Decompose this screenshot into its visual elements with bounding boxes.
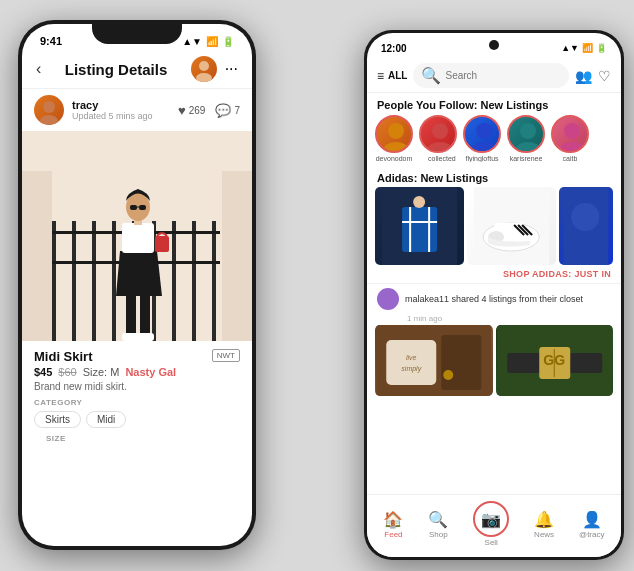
shared-image-2[interactable]: GG — [496, 325, 614, 396]
listing-description: Brand new midi skirt. — [34, 381, 240, 392]
right-time: 12:00 — [381, 43, 407, 54]
tag-midi[interactable]: Midi — [86, 411, 126, 428]
search-input[interactable] — [445, 70, 561, 81]
nav-all[interactable]: ≡ ALL — [377, 69, 407, 83]
shop-adidas-label[interactable]: SHOP ADIDAS: JUST IN — [367, 267, 621, 283]
bottom-nav-sell[interactable]: 📷 Sell — [473, 501, 509, 547]
header-avatar[interactable] — [191, 56, 217, 82]
follow-avatar-collected[interactable]: __collected — [419, 115, 457, 162]
more-icon[interactable]: ··· — [225, 60, 238, 78]
adidas-image-1[interactable] — [375, 187, 464, 265]
price-original: $60 — [58, 366, 76, 378]
header-icons: ··· — [191, 56, 238, 82]
svg-rect-52 — [386, 340, 436, 385]
follow-avatar-devonodom[interactable]: devonodom — [375, 115, 413, 162]
bottom-nav-feed[interactable]: 🏠 Feed — [383, 510, 403, 539]
tags-row: Skirts Midi — [34, 411, 240, 428]
profile-icon: 👤 — [582, 510, 602, 529]
svg-rect-13 — [172, 221, 176, 341]
follow-avatar-img-flyingloftus — [463, 115, 501, 153]
svg-point-41 — [413, 196, 425, 208]
header-title: Listing Details — [65, 61, 168, 78]
follow-avatar-img-karisrenee — [507, 115, 545, 153]
bottom-nav-news[interactable]: 🔔 News — [534, 510, 554, 539]
avatars-row: devonodom __collected — [367, 115, 621, 168]
likes-item[interactable]: ♥ 269 — [178, 103, 205, 118]
svg-rect-7 — [52, 221, 56, 341]
user-info: tracy Updated 5 mins ago — [72, 99, 153, 121]
size-label: SIZE — [34, 432, 240, 443]
price-current: $45 — [34, 366, 52, 378]
svg-point-3 — [40, 115, 58, 125]
svg-rect-9 — [92, 221, 96, 341]
left-status-icons: ▲▼ 📶 🔋 — [182, 36, 234, 47]
svg-rect-5 — [22, 171, 52, 341]
shared-section: malakea11 shared 4 listings from their c… — [367, 283, 621, 314]
nav-icons-right: 👥 ♡ — [575, 68, 611, 84]
feed-label: Feed — [384, 530, 402, 539]
right-status-icons: ▲▼ 📶 🔋 — [561, 43, 607, 53]
follow-avatar-img-caitb — [551, 115, 589, 153]
listing-details: Midi Skirt NWT $45 $60 Size: M Nasty Gal… — [22, 341, 252, 447]
adidas-images — [367, 187, 621, 267]
news-label: News — [534, 530, 554, 539]
listing-title-row: Midi Skirt NWT — [34, 349, 240, 364]
avatar-image — [191, 56, 217, 82]
listing-photo — [22, 131, 252, 341]
shop-label: Shop — [429, 530, 448, 539]
bottom-nav-shop[interactable]: 🔍 Shop — [428, 510, 448, 539]
comments-count: 7 — [234, 105, 240, 116]
left-screen: 9:41 ▲▼ 📶 🔋 ‹ Listing Details — [22, 24, 252, 546]
svg-rect-55 — [441, 335, 481, 390]
user-avatar[interactable] — [34, 95, 64, 125]
right-screen: 12:00 ▲▼ 📶 🔋 ≡ ALL 🔍 👥 — [367, 33, 621, 557]
svg-rect-19 — [140, 296, 150, 336]
svg-rect-14 — [192, 221, 196, 341]
back-button[interactable]: ‹ — [36, 60, 41, 78]
svg-point-35 — [520, 123, 536, 139]
follow-name-devonodom: devonodom — [376, 155, 413, 162]
follow-avatar-img-collected — [419, 115, 457, 153]
svg-rect-27 — [139, 205, 146, 210]
sell-button[interactable]: 📷 — [473, 501, 509, 537]
likes-count: 269 — [189, 105, 206, 116]
category-section: CATEGORY Skirts Midi — [34, 398, 240, 428]
shared-image-1[interactable]: live simply — [375, 325, 493, 396]
wifi-icon: 📶 — [206, 36, 218, 47]
people-section-title: People You Follow: New Listings — [367, 93, 621, 115]
tag-skirts[interactable]: Skirts — [34, 411, 81, 428]
shared-text: malakea11 shared 4 listings from their c… — [405, 294, 611, 304]
sell-label: Sell — [485, 538, 498, 547]
svg-rect-23 — [155, 236, 169, 252]
search-bar[interactable]: 🔍 — [413, 63, 569, 88]
follow-avatar-caitb[interactable]: caitb — [551, 115, 589, 162]
svg-point-50 — [572, 203, 600, 231]
comments-item[interactable]: 💬 7 — [215, 103, 240, 118]
follow-name-collected: __collected — [420, 155, 455, 162]
adidas-section: Adidas: New Listings — [367, 168, 621, 283]
right-signal-icon: ▲▼ — [561, 43, 579, 53]
svg-rect-8 — [72, 221, 76, 341]
svg-point-0 — [199, 61, 209, 71]
follow-avatar-flyingloftus[interactable]: flyingloftus — [463, 115, 501, 162]
follow-avatar-img-devonodom — [375, 115, 413, 153]
user-row: tracy Updated 5 mins ago ♥ 269 💬 7 — [22, 89, 252, 131]
shared-time: 1 min ago — [367, 314, 621, 325]
adidas-image-2[interactable] — [467, 187, 556, 265]
bottom-nav-profile[interactable]: 👤 @tracy — [579, 510, 604, 539]
svg-point-34 — [472, 142, 496, 153]
svg-point-31 — [432, 123, 448, 139]
user-avatar-image — [34, 95, 64, 125]
follow-avatar-karisrenee[interactable]: karisrenee — [507, 115, 545, 162]
heart-nav-icon[interactable]: ♡ — [598, 68, 611, 84]
phone-right: 12:00 ▲▼ 📶 🔋 ≡ ALL 🔍 👥 — [364, 30, 624, 560]
svg-point-36 — [516, 142, 540, 153]
camera-icon: 📷 — [481, 510, 501, 529]
comment-icon: 💬 — [215, 103, 231, 118]
people-icon[interactable]: 👥 — [575, 68, 592, 84]
svg-point-29 — [388, 123, 404, 139]
adidas-image-3[interactable] — [559, 187, 613, 265]
notch — [92, 20, 182, 44]
battery-icon: 🔋 — [222, 36, 234, 47]
listing-image — [22, 131, 252, 341]
